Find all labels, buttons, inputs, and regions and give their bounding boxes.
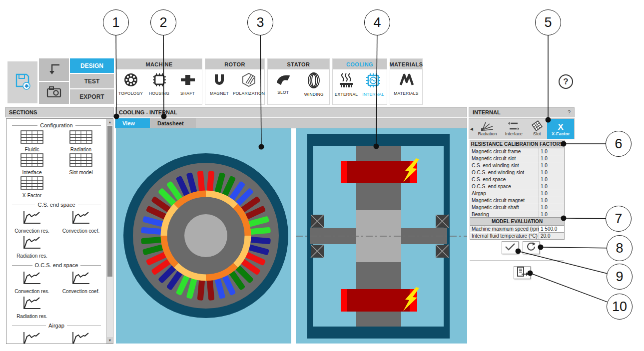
reset-button[interactable] [523,241,540,254]
sidebar-item-slot-model[interactable]: Slot model [57,153,104,175]
row-value[interactable]: 1.0 [539,162,564,169]
screenshot-button[interactable] [39,82,69,104]
toolbar-item-label: SLOT [277,90,289,95]
save-button[interactable]: ✱ [7,61,37,103]
section-divider: Configuration [9,122,103,128]
apply-button[interactable] [502,241,519,254]
sidebar-item-convection-res-[interactable]: Convection res. [8,210,55,234]
export-button[interactable]: EXPORT [70,89,114,104]
table-row: Machine maximum speed (rpm)1 500.0 [470,226,564,233]
table-row: Magnetic circuit-slot1.0 [470,155,564,162]
row-value[interactable]: 1.0 [539,176,564,183]
sidebar-item-convection-res-[interactable]: Convection res. [8,270,55,294]
chart-icon [57,331,104,344]
panel-help-icon[interactable]: ? [568,109,571,115]
sidebar-item-interface[interactable]: Interface [8,153,55,175]
chart-icon [57,270,104,288]
sidebar-item-label: Interface [8,170,55,175]
interface-icon [508,121,520,131]
tab-datasheet[interactable]: Datasheet [150,118,196,128]
sidebar-item-label: Convection res. [8,289,55,294]
sidebar-item-convection-coef-[interactable]: Convection coef. [57,210,104,234]
tabs-back-icon[interactable]: ◀ [469,119,474,139]
winding-icon [306,72,321,90]
internal-panel-tabs: ◀ RadiationInterfaceSlotXX-Factor [469,118,575,139]
group-header: COOLING [333,59,387,69]
check-icon [504,242,516,253]
undo-step-button[interactable] [39,58,69,81]
row-value[interactable]: 1.0 [539,190,564,197]
sidebar-item-label: Convection res. [8,228,55,234]
toolbar-item-internal[interactable]: INTERNAL [360,72,387,97]
row-label: Magnetic circuit-magnet [470,197,539,204]
sidebar-item-x-factor[interactable]: X-Factor [8,176,55,198]
table-icon [8,176,55,192]
row-value[interactable]: 20.0 [539,233,564,239]
toolbar-item-label: POLARIZATION [233,91,265,96]
test-button[interactable]: TEST [70,74,114,88]
sidebar-scrollbar[interactable]: ▲ ▼ [106,119,113,344]
sidebar-item-radiation-res-[interactable]: Radiation res. [8,235,55,259]
toolbar-item-polarization[interactable]: POLARIZATION [233,72,264,96]
export-results-button[interactable] [514,266,531,279]
sections-header: SECTIONS [5,107,114,117]
chart-icon [8,270,55,288]
table-icon [8,130,55,146]
row-label: Magnetic circuit-slot [470,155,539,162]
row-value[interactable]: 1.0 [539,148,564,155]
toolbar-item-slot[interactable]: SLOT [268,72,299,95]
table-row: Magnetic circuit-magnet1.0 [470,197,564,204]
toolbar-group-machine: MACHINETOPOLOGYHOUSINGSHAFT [116,58,202,105]
toolbar-item-housing[interactable]: HOUSING [145,72,173,96]
row-value[interactable]: 1.0 [539,204,564,211]
polarization-icon [241,72,256,89]
toolbar-item-winding[interactable]: WINDING [299,72,330,97]
sidebar-item-airgap-curve[interactable] [57,331,104,344]
panel-tab-x-factor[interactable]: XX-Factor [547,119,574,139]
topology-icon [123,72,138,89]
panel-tab-radiation[interactable]: Radiation [474,119,501,139]
row-value[interactable]: 1.0 [539,169,564,176]
design-button[interactable]: DESIGN [70,58,114,73]
reset-icon [526,242,536,254]
tab-view[interactable]: View [115,118,150,128]
group-header: MATERIALS [390,59,422,69]
sidebar-item-airgap-curve[interactable] [8,331,55,344]
toolbar-item-label: EXTERNAL [335,92,358,97]
sidebar-item-radiation[interactable]: Radiation [57,130,104,152]
callout-6: 6 [606,131,632,157]
callout-5: 5 [535,9,561,35]
sidebar-item-convection-coef-[interactable]: Convection coef. [57,270,104,294]
group-header: ROTOR [205,59,264,69]
scrollbar-thumb[interactable] [107,126,112,277]
table-row: C.S. end space1.0 [470,176,564,183]
sections-panel: ConfigurationFluidicRadiationInterfaceSl… [6,118,113,344]
callout-10: 10 [607,294,633,320]
toolbar-item-label: MATERIALS [394,91,418,96]
toolbar-item-materials[interactable]: MATERIALS [391,72,422,96]
panel-tab-slot[interactable]: Slot [527,119,547,139]
radial-view-canvas [116,128,291,344]
toolbar-item-shaft[interactable]: SHAFT [173,72,202,96]
scroll-down-icon[interactable]: ▼ [107,337,113,344]
table-row: C.S. end winding-slot1.0 [470,162,564,169]
callout-8: 8 [607,235,633,261]
row-value[interactable]: 1.0 [539,197,564,204]
toolbar-item-magnet[interactable]: MAGNET [205,72,233,96]
external-cooling-icon [338,72,355,90]
sidebar-item-label: Radiation [57,147,104,152]
row-value[interactable]: 1.0 [539,183,564,190]
row-value[interactable]: 1.0 [539,155,564,162]
sections-list: ConfigurationFluidicRadiationInterfaceSl… [6,119,106,344]
callout-2: 2 [150,9,176,35]
sidebar-item-radiation-res-[interactable]: Radiation res. [8,295,55,319]
sidebar-item-fluidic[interactable]: Fluidic [8,130,55,152]
table-row: O.C.S. end space1.0 [470,183,564,190]
panel-tab-interface[interactable]: Interface [501,119,527,139]
row-value[interactable]: 1 500.0 [539,226,564,232]
table-row: O.C.S. end winding-slot1.0 [470,169,564,176]
scroll-up-icon[interactable]: ▲ [107,119,113,125]
help-button[interactable]: ? [559,74,573,89]
toolbar-item-topology[interactable]: TOPOLOGY [116,72,145,96]
toolbar-item-external[interactable]: EXTERNAL [333,72,360,97]
